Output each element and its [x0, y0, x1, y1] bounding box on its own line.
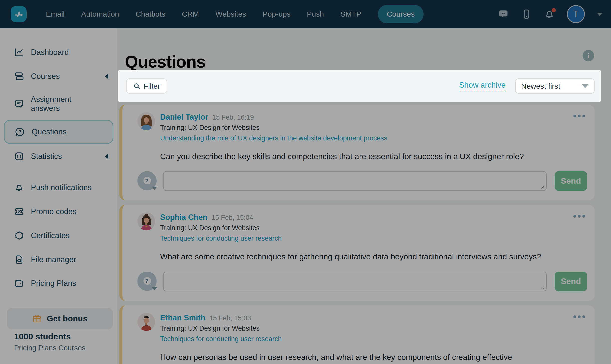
show-archive-link[interactable]: Show archive — [459, 81, 506, 91]
lesson-link[interactable]: Understanding the role of UX designers i… — [160, 134, 387, 142]
students-count: 1000 students — [14, 332, 85, 341]
send-button[interactable]: Send — [555, 171, 587, 191]
sidebar: Dashboard Courses Assignment answers — [0, 28, 117, 364]
course-name: Training: UX Design for Websites — [160, 224, 282, 232]
sidebar-item-push-notifications[interactable]: Push notifications — [0, 176, 117, 200]
user-avatar[interactable]: T — [567, 5, 585, 23]
question-card: Sophia Chen 15 Feb, 15:04 Training: UX D… — [119, 205, 595, 301]
assignment-icon — [14, 99, 24, 109]
plan-summary: 1000 students Pricing Plans Courses — [14, 332, 85, 352]
sidebar-item-courses[interactable]: Courses — [0, 64, 117, 88]
notification-dot — [552, 8, 556, 12]
sort-select-value: Newest first — [521, 82, 560, 90]
nav-websites[interactable]: Websites — [215, 10, 246, 18]
file-icon — [14, 254, 24, 265]
info-icon[interactable]: i — [583, 50, 594, 61]
send-button[interactable]: Send — [555, 272, 587, 291]
mobile-app-icon[interactable] — [521, 9, 532, 20]
question-text: How can personas be used in user researc… — [160, 350, 560, 364]
gift-icon — [32, 314, 42, 323]
svg-text:?: ? — [145, 278, 148, 284]
student-name[interactable]: Sophia Chen — [160, 213, 207, 222]
dashboard-icon — [14, 47, 24, 58]
student-avatar — [137, 112, 155, 130]
account-menu-caret-icon[interactable] — [597, 13, 602, 16]
sendpulse-logo-icon[interactable] — [11, 6, 27, 22]
main-content: Questions i Filter Show archive Newest f… — [117, 28, 611, 364]
course-name: Training: UX Design for Websites — [160, 325, 282, 332]
sort-select[interactable]: Newest first — [515, 78, 595, 94]
svg-text:?: ? — [145, 178, 148, 184]
chat-icon[interactable] — [498, 9, 509, 20]
reply-identity-selector[interactable]: ? — [137, 272, 157, 291]
search-icon — [133, 82, 141, 90]
question-card: Ethan Smith 15 Feb, 15:03 Training: UX D… — [119, 305, 595, 364]
reply-identity-selector[interactable]: ? — [137, 171, 157, 190]
nav-email[interactable]: Email — [46, 10, 65, 18]
nav-smtp[interactable]: SMTP — [340, 10, 361, 18]
plan-name: Pricing Plans Courses — [14, 344, 85, 352]
sidebar-item-certificates[interactable]: Certificates — [0, 224, 117, 248]
app-window: Email Automation Chatbots CRM Websites P… — [0, 0, 611, 364]
reply-identity-caret-icon — [152, 287, 157, 290]
question-timestamp: 15 Feb, 15:03 — [209, 314, 251, 322]
filter-toolbar: Filter Show archive Newest first — [118, 70, 601, 102]
card-menu-button[interactable] — [573, 115, 585, 117]
questions-icon: ? — [15, 127, 25, 137]
sidebar-item-statistics[interactable]: Statistics — [0, 144, 117, 168]
filter-button[interactable]: Filter — [126, 78, 167, 94]
sidebar-item-pricing-plans[interactable]: Pricing Plans — [0, 272, 117, 295]
pulse-icon — [14, 9, 24, 19]
reply-identity-caret-icon — [152, 187, 157, 190]
student-name[interactable]: Ethan Smith — [160, 313, 205, 322]
statistics-icon — [14, 151, 24, 162]
wallet-icon — [14, 278, 24, 289]
courses-icon — [14, 71, 24, 82]
top-nav: Email Automation Chatbots CRM Websites P… — [0, 0, 611, 28]
reply-input[interactable] — [163, 171, 547, 191]
sidebar-item-dashboard[interactable]: Dashboard — [0, 40, 117, 64]
bell-icon — [14, 182, 24, 193]
select-caret-icon — [582, 84, 589, 88]
nav-courses-active[interactable]: Courses — [378, 5, 424, 23]
card-menu-button[interactable] — [573, 315, 585, 318]
student-avatar — [137, 313, 155, 331]
nav-chatbots[interactable]: Chatbots — [136, 10, 165, 18]
notifications-bell-icon[interactable] — [544, 9, 555, 20]
nav-automation[interactable]: Automation — [81, 10, 119, 18]
nav-right-cluster: T — [498, 5, 602, 23]
course-name: Training: UX Design for Websites — [160, 124, 387, 132]
get-bonus-button[interactable]: Get bonus — [7, 308, 113, 329]
question-timestamp: 15 Feb, 16:19 — [212, 114, 254, 121]
sidebar-item-file-manager[interactable]: File manager — [0, 248, 117, 272]
question-card: Daniel Taylor 15 Feb, 16:19 Training: UX… — [119, 105, 595, 200]
sidebar-item-promo-codes[interactable]: Promo codes — [0, 200, 117, 224]
student-avatar — [137, 212, 155, 230]
certificate-icon — [14, 230, 24, 241]
lesson-link[interactable]: Techniques for conducting user research — [160, 235, 282, 242]
nav-push[interactable]: Push — [307, 10, 324, 18]
card-menu-button[interactable] — [573, 215, 585, 218]
nav-popups[interactable]: Pop-ups — [263, 10, 291, 18]
reply-input[interactable] — [163, 272, 547, 291]
collapse-caret-icon[interactable] — [105, 74, 108, 79]
nav-crm[interactable]: CRM — [182, 10, 199, 18]
question-text: Can you describe the key skills and comp… — [160, 150, 560, 163]
page-title: Questions — [125, 52, 206, 71]
collapse-caret-icon[interactable] — [105, 154, 108, 159]
primary-nav: Email Automation Chatbots CRM Websites P… — [46, 5, 424, 23]
student-name[interactable]: Daniel Taylor — [160, 113, 208, 122]
question-timestamp: 15 Feb, 15:04 — [211, 214, 253, 222]
svg-text:?: ? — [18, 129, 21, 134]
lesson-link[interactable]: Techniques for conducting user research — [160, 335, 282, 343]
questions-list: Daniel Taylor 15 Feb, 16:19 Training: UX… — [119, 105, 595, 364]
sidebar-item-questions[interactable]: ? Questions — [4, 120, 113, 144]
promo-icon — [14, 206, 24, 217]
question-text: What are some creative techniques for ga… — [160, 250, 560, 263]
sidebar-item-assignment-answers[interactable]: Assignment answers — [0, 88, 117, 119]
